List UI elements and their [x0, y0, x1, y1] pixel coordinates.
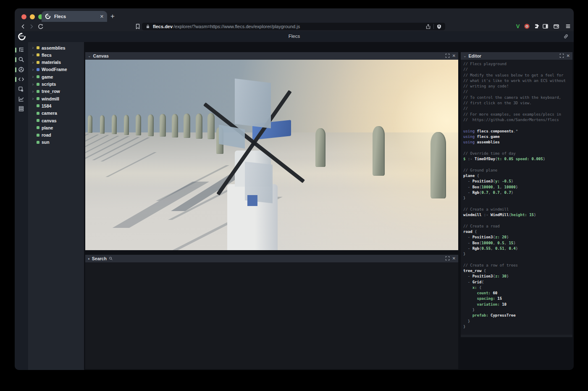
entity-color-square — [37, 68, 39, 71]
code-line: // Create a road — [463, 224, 572, 229]
code-line: // Override time of day — [463, 151, 572, 156]
entity-color-square — [37, 61, 39, 64]
code-line: tree_row { — [463, 268, 572, 274]
tree-item-1584[interactable]: 1584 — [28, 102, 84, 109]
tree-item-label: 1584 — [42, 103, 51, 108]
toolbar-item-query-search[interactable] — [15, 55, 28, 64]
back-icon[interactable] — [20, 23, 26, 30]
expand-chevron-icon[interactable]: › — [32, 60, 34, 65]
entity-color-square — [37, 126, 39, 129]
search-icon — [109, 256, 113, 261]
forward-icon[interactable] — [28, 23, 35, 30]
code-line: // Flecs playground — [463, 61, 572, 67]
collapsed-bullet-icon[interactable]: ● — [88, 257, 90, 261]
minimize-window-button[interactable] — [30, 14, 35, 19]
vue-devtools-icon[interactable]: V — [514, 23, 521, 30]
chevron-down-icon[interactable]: ⌄ — [463, 54, 467, 58]
code-line: spacing: 15 — [463, 296, 572, 301]
brave-shield-icon[interactable] — [436, 24, 442, 29]
reload-icon[interactable] — [37, 23, 44, 30]
toolbar-item-entity-tree[interactable] — [15, 46, 28, 54]
code-line — [463, 218, 572, 223]
expand-chevron-icon[interactable]: › — [32, 45, 34, 50]
expand-chevron-icon[interactable]: › — [32, 67, 34, 72]
chevron-down-icon[interactable]: ⌄ — [88, 54, 91, 58]
close-window-button[interactable] — [21, 14, 26, 19]
tree-item-tree_row[interactable]: ›tree_row — [28, 88, 84, 95]
expand-chevron-icon[interactable]: › — [32, 82, 34, 87]
scene-windmill-hub — [252, 141, 256, 145]
menu-icon[interactable] — [565, 23, 572, 30]
code-line — [463, 201, 572, 206]
search-panel-header: ● Search ✕ — [85, 255, 458, 262]
tab-close-icon[interactable]: ✕ — [100, 14, 104, 19]
code-line — [463, 162, 572, 167]
tree-item-WoodFrame[interactable]: ›WoodFrame — [28, 66, 84, 73]
close-icon[interactable]: ✕ — [567, 53, 570, 58]
tree-item-game[interactable]: ›game — [28, 73, 84, 80]
tree-item-plane[interactable]: plane — [28, 124, 84, 131]
tree-item-materials[interactable]: ›materials — [28, 59, 84, 66]
code-line: - Grid{ — [463, 280, 572, 285]
entity-color-square — [37, 90, 39, 93]
wallet-icon[interactable] — [553, 23, 560, 30]
expand-chevron-icon[interactable]: › — [32, 53, 34, 57]
entity-color-square — [37, 112, 39, 115]
tree-item-windmill[interactable]: ›windmill — [28, 95, 84, 102]
toolbar-item-code-editor[interactable] — [15, 75, 28, 84]
expand-chevron-icon[interactable]: › — [32, 89, 34, 94]
share-link-icon[interactable] — [563, 33, 569, 40]
tree-item-road[interactable]: road — [28, 132, 84, 139]
url-path: /explorer/?wasm=https://www.flecs.dev/ex… — [173, 24, 423, 29]
expand-chevron-icon[interactable]: › — [32, 74, 34, 79]
browser-tab[interactable]: Flecs ✕ — [42, 11, 107, 22]
tree-item-assemblies[interactable]: ›assemblies — [28, 44, 84, 51]
tree-item-label: flecs — [42, 53, 52, 58]
fullscreen-icon[interactable] — [559, 53, 564, 58]
fullscreen-icon[interactable] — [445, 53, 450, 58]
code-line — [463, 145, 572, 151]
code-line: // Create a windmill — [463, 207, 572, 212]
tree-item-sun[interactable]: sun — [28, 139, 84, 146]
toolbar-item-canvas-3d[interactable] — [15, 66, 28, 74]
explorer-content: ›assemblies›flecs›materials›WoodFrame›ga… — [15, 42, 574, 370]
browser-window: Flecs ✕ + flecs.dev /explorer/?wasm=http… — [15, 8, 574, 370]
code-line: } — [463, 324, 572, 330]
sidebar-icon[interactable] — [542, 23, 549, 30]
expand-chevron-icon[interactable]: › — [32, 96, 34, 101]
close-icon[interactable]: ✕ — [452, 256, 456, 261]
tree-item-label: sun — [42, 140, 50, 145]
search-panel-body[interactable] — [85, 262, 458, 369]
tree-item-scripts[interactable]: ›scripts — [28, 81, 84, 88]
code-line: // Create a row of trees — [463, 263, 572, 268]
code-line: using assemblies — [463, 140, 572, 145]
tree-item-canvas[interactable]: canvas — [28, 117, 84, 124]
code-line: - Rgb{0.7, 0.7, 0.7} — [463, 190, 572, 196]
code-line: - Box{10000, 0.5, 15} — [463, 240, 572, 246]
tree-item-label: canvas — [42, 118, 57, 123]
close-icon[interactable]: ✕ — [452, 53, 456, 58]
code-line: } — [463, 307, 572, 313]
tree-item-flecs[interactable]: ›flecs — [28, 51, 84, 58]
bookmark-icon[interactable] — [134, 23, 141, 30]
entity-color-square — [37, 97, 39, 100]
toolbar-item-inspector[interactable] — [15, 85, 28, 94]
fullscreen-icon[interactable] — [445, 256, 450, 261]
page-title: Flecs — [15, 34, 574, 39]
tree-item-camera[interactable]: camera — [28, 110, 84, 117]
toolbar-item-stats[interactable] — [15, 105, 28, 113]
code-line: // Ground plane — [463, 168, 572, 173]
entity-color-square — [37, 141, 39, 144]
tree-item-label: tree_row — [42, 89, 60, 94]
tree-item-label: camera — [42, 111, 57, 116]
canvas-3d-view[interactable] — [85, 60, 458, 250]
new-tab-button[interactable]: + — [110, 11, 115, 22]
share-icon[interactable] — [425, 24, 431, 29]
url-bar[interactable]: flecs.dev /explorer/?wasm=https://www.fl… — [142, 23, 445, 30]
extensions-puzzle-icon[interactable] — [533, 23, 540, 30]
code-editor[interactable]: // Flecs playground//// Modify the value… — [461, 60, 572, 337]
extension-red-icon[interactable] — [524, 23, 530, 30]
toolbar-item-chart[interactable] — [15, 95, 28, 103]
entity-color-square — [37, 119, 39, 122]
code-line: // what it's like to work with an ECS wi… — [463, 78, 572, 84]
